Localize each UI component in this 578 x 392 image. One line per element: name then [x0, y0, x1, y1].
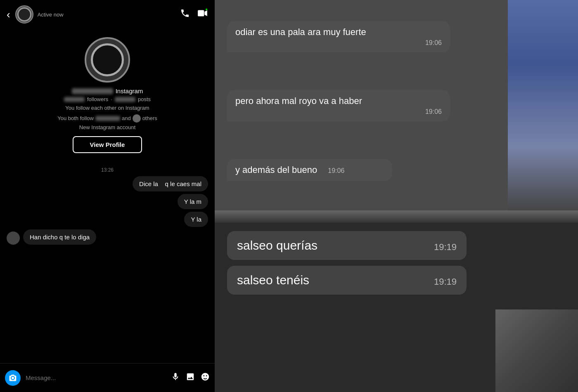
- avatar-inner: [17, 7, 31, 21]
- right-time-2: 19:06: [235, 108, 442, 116]
- instagram-label: Instagram: [116, 87, 143, 94]
- chat-left-panel: ‹ Active now: [0, 0, 215, 392]
- followers-label: followers: [87, 96, 108, 102]
- avatar-inner-large: [91, 43, 124, 76]
- mic-icon[interactable]: [171, 372, 180, 384]
- profile-stats: followers · posts: [64, 96, 151, 102]
- message-bubble-3: Y la: [184, 212, 208, 227]
- svg-rect-1: [206, 9, 207, 10]
- right-large-text-2: salseo tenéis: [237, 273, 309, 287]
- followers-blur: [64, 97, 85, 102]
- posts-blur: [115, 97, 135, 102]
- mutual-info: You both follow and others: [57, 114, 157, 123]
- right-large-bubble-2: salseo tenéis 19:19: [227, 266, 467, 295]
- header-avatar: [15, 5, 33, 24]
- both-follow-prefix: You both follow: [57, 115, 94, 121]
- mutual-dot-avatar: [133, 114, 141, 123]
- messages-area: Dice la q le caes mal Y la m Y la Han di…: [0, 176, 215, 363]
- both-follow-and: and: [122, 115, 131, 121]
- others-label: others: [142, 115, 157, 121]
- right-panel: odiar es una pala ara muy fuerte 19:06 p…: [215, 0, 578, 392]
- emoji-sticker-icon[interactable]: [201, 372, 210, 384]
- stats-dot: ·: [111, 96, 112, 102]
- call-icon[interactable]: [180, 8, 190, 21]
- message-bubble-received: Han dicho q te lo diga: [23, 229, 96, 245]
- message-timestamp: 13:26: [0, 167, 215, 173]
- panel-divider: [215, 210, 578, 223]
- message-bubble-1: Dice la q le caes mal: [133, 176, 208, 191]
- message-input[interactable]: [26, 374, 166, 381]
- header-action-icons: [180, 8, 208, 21]
- right-large-text-1: salseo querías: [237, 239, 317, 253]
- back-button[interactable]: ‹: [7, 9, 10, 20]
- right-message-3: y además del bueno 19:06: [227, 159, 566, 185]
- right-bubble-3: y además del bueno 19:06: [227, 159, 392, 181]
- right-bottom-section: salseo querías 19:19 salseo tenéis 19:19: [215, 223, 578, 392]
- message-bubble-2: Y la m: [178, 194, 208, 209]
- profile-name-blur: [72, 88, 113, 94]
- right-bubble-2: pero ahora mal royo va a haber 19:06: [227, 90, 450, 121]
- camera-button[interactable]: [5, 370, 21, 386]
- active-status: Active now: [38, 12, 180, 18]
- received-avatar: [7, 231, 20, 245]
- right-large-time-2: 19:19: [434, 276, 457, 287]
- svg-rect-0: [198, 10, 204, 16]
- input-bar: [0, 363, 215, 392]
- right-bubble-1: odiar es una pala ara muy fuerte 19:06: [227, 21, 450, 52]
- profile-name-row: Instagram: [72, 87, 143, 94]
- chat-header: ‹ Active now: [0, 0, 215, 29]
- right-large-time-1: 19:19: [434, 242, 457, 253]
- posts-label: posts: [138, 96, 151, 102]
- received-message-row: Han dicho q te lo diga: [7, 229, 208, 245]
- video-call-icon[interactable]: [197, 8, 208, 21]
- profile-section: Instagram followers · posts You follow e…: [0, 29, 215, 164]
- view-profile-button[interactable]: View Profile: [73, 136, 142, 153]
- right-message-1: odiar es una pala ara muy fuerte 19:06: [227, 21, 566, 57]
- mutual-name-blur: [95, 116, 120, 121]
- header-info: Active now: [38, 12, 180, 18]
- right-time-1: 19:06: [235, 39, 442, 47]
- profile-avatar: [85, 37, 130, 83]
- image-icon[interactable]: [186, 372, 195, 384]
- right-large-bubble-1: salseo querías 19:19: [227, 231, 467, 260]
- follow-info: You follow each other on Instagram: [65, 104, 149, 113]
- input-action-icons: [171, 372, 210, 384]
- new-account-label: New Instagram account: [79, 124, 136, 130]
- right-message-2: pero ahora mal royo va a haber 19:06: [227, 90, 566, 125]
- svg-point-2: [12, 377, 14, 379]
- bottom-right-image: [495, 309, 578, 392]
